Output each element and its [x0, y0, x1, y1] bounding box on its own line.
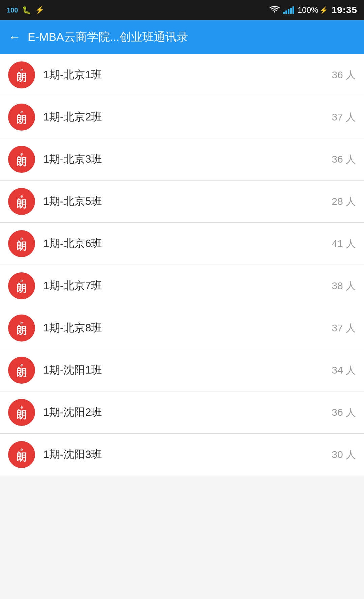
member-count: 41 人 — [332, 237, 356, 251]
avatar: e 朗 — [8, 146, 35, 173]
class-name: 1期-北京3班 — [43, 152, 332, 167]
class-name: 1期-北京8班 — [43, 321, 332, 335]
member-count: 30 人 — [332, 448, 356, 462]
avatar-main-char: 朗 — [17, 157, 27, 167]
member-count: 36 人 — [332, 153, 356, 166]
usb-icon: ⚡ — [35, 6, 44, 15]
signal-bar-4 — [290, 8, 292, 14]
status-left-icons: 100 🐛 ⚡ — [7, 6, 44, 15]
avatar: e 朗 — [8, 188, 35, 215]
class-name: 1期-北京7班 — [43, 278, 332, 293]
class-name: 1期-北京6班 — [43, 236, 332, 251]
avatar: e 朗 — [8, 272, 35, 299]
list-item[interactable]: e 朗 1期-北京2班 37 人 — [0, 96, 364, 138]
signal-bar-1 — [283, 12, 285, 14]
status-bar: 100 🐛 ⚡ 100% ⚡ 19:35 — [0, 0, 364, 20]
avatar-main-char: 朗 — [17, 72, 27, 82]
signal-bar-3 — [288, 9, 289, 14]
avatar: e 朗 — [8, 315, 35, 342]
member-count: 28 人 — [332, 195, 356, 209]
list-item[interactable]: e 朗 1期-沈阳3班 30 人 — [0, 434, 364, 475]
list-item[interactable]: e 朗 1期-沈阳2班 36 人 — [0, 391, 364, 434]
signal-bar-5 — [292, 6, 294, 14]
member-count: 34 人 — [332, 363, 356, 377]
avatar-main-char: 朗 — [17, 410, 27, 420]
status-right-icons: 100% ⚡ 19:35 — [270, 5, 357, 16]
avatar: e 朗 — [8, 61, 35, 88]
class-list: e 朗 1期-北京1班 36 人 e 朗 1期-北京2班 37 人 e 朗 — [0, 54, 364, 475]
list-item[interactable]: e 朗 1期-北京7班 38 人 — [0, 265, 364, 307]
member-count: 37 人 — [332, 321, 356, 335]
member-count: 36 人 — [332, 68, 356, 82]
member-count: 36 人 — [332, 406, 356, 419]
avatar-main-char: 朗 — [17, 199, 27, 209]
avatar: e 朗 — [8, 441, 35, 468]
class-name: 1期-北京1班 — [43, 67, 332, 82]
avatar: e 朗 — [8, 399, 35, 426]
list-item[interactable]: e 朗 1期-北京5班 28 人 — [0, 181, 364, 223]
app-bar: ← E-MBA云商学院...创业班通讯录 — [0, 20, 364, 54]
list-item[interactable]: e 朗 1期-北京3班 36 人 — [0, 138, 364, 181]
class-name: 1期-沈阳1班 — [43, 363, 332, 378]
list-item[interactable]: e 朗 1期-北京6班 41 人 — [0, 223, 364, 265]
class-name: 1期-北京2班 — [43, 110, 332, 125]
member-count: 38 人 — [332, 279, 356, 293]
avatar-main-char: 朗 — [17, 367, 27, 378]
signal-bars — [283, 6, 294, 14]
list-item[interactable]: e 朗 1期-北京1班 36 人 — [0, 54, 364, 96]
avatar-main-char: 朗 — [17, 241, 27, 251]
avatar: e 朗 — [8, 357, 35, 384]
back-button[interactable]: ← — [8, 31, 21, 44]
member-count: 37 人 — [332, 110, 356, 124]
list-item[interactable]: e 朗 1期-沈阳1班 34 人 — [0, 349, 364, 391]
avatar-main-char: 朗 — [17, 114, 27, 125]
class-name: 1期-北京5班 — [43, 194, 332, 209]
list-item[interactable]: e 朗 1期-北京8班 37 人 — [0, 307, 364, 349]
avatar: e 朗 — [8, 230, 35, 257]
battery-100-icon: 100 — [7, 6, 18, 14]
battery-indicator: 100% ⚡ — [298, 5, 328, 15]
avatar-main-char: 朗 — [17, 283, 27, 293]
wifi-icon — [270, 5, 280, 16]
class-name: 1期-沈阳3班 — [43, 447, 332, 462]
signal-bar-2 — [285, 10, 287, 14]
battery-lightning-icon: ⚡ — [319, 6, 328, 14]
app-bar-title: E-MBA云商学院...创业班通讯录 — [28, 29, 356, 45]
avatar-main-char: 朗 — [17, 325, 27, 335]
avatar: e 朗 — [8, 104, 35, 131]
class-name: 1期-沈阳2班 — [43, 405, 332, 420]
battery-percent: 100% — [298, 5, 318, 15]
status-time: 19:35 — [331, 5, 357, 16]
bug-icon: 🐛 — [22, 6, 31, 15]
avatar-main-char: 朗 — [17, 452, 27, 462]
